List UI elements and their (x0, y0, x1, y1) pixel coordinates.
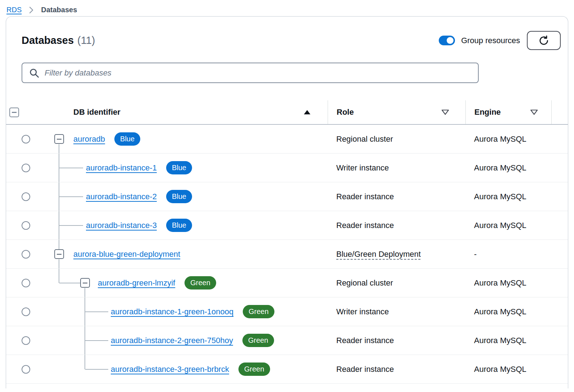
select-all-checkbox[interactable] (9, 108, 19, 117)
sort-ascending-icon (304, 110, 310, 114)
role-cell: Regional cluster (328, 278, 465, 288)
db-link[interactable]: auroradb-instance-2-green-750hoy (111, 336, 233, 345)
row-radio[interactable] (22, 221, 30, 230)
toggle-knob (447, 37, 454, 44)
table-header-row: DB identifier Role Engine (6, 100, 568, 125)
page-title: Databases(11) (22, 35, 95, 46)
blue-badge: Blue (166, 161, 192, 174)
db-link[interactable]: auroradb-instance-1 (86, 163, 157, 173)
green-badge: Green (238, 363, 270, 376)
table-row: auroradb-instance-3-green-brbrck Green R… (6, 355, 568, 384)
row-radio[interactable] (22, 164, 30, 172)
sortable-triangle-icon (441, 109, 450, 115)
row-radio[interactable] (22, 250, 30, 259)
db-link[interactable]: auroradb-instance-1-green-1onooq (111, 307, 233, 316)
table-row: auroradb-green-lmzyif Green Regional clu… (6, 269, 568, 297)
table-row: aurora-blue-green-deployment Blue/Green … (6, 240, 568, 269)
blue-green-deployment-role-link[interactable]: Blue/Green Deployment (336, 250, 421, 259)
db-identifier-header-label: DB identifier (73, 108, 120, 117)
table-row: auroradb-instance-1 Blue Writer instance… (6, 154, 568, 182)
group-resources-label: Group resources (461, 36, 520, 45)
databases-count: (11) (77, 35, 95, 46)
table-header-spacer (551, 100, 568, 124)
table-row: auroradb-instance-2 Blue Reader instance… (6, 182, 568, 211)
role-cell: Reader instance (328, 192, 465, 201)
engine-cell: Aurora MySQL (465, 278, 551, 288)
table-row: auroradb-instance-2-green-750hoy Green R… (6, 326, 568, 355)
sortable-triangle-icon (530, 109, 538, 115)
db-link[interactable]: auroradb-instance-2 (86, 192, 157, 201)
blue-badge: Blue (166, 190, 192, 203)
page-title-text: Databases (22, 35, 74, 46)
filter-databases-input[interactable] (22, 63, 479, 83)
role-cell: Writer instance (328, 163, 465, 173)
column-header-db-identifier[interactable]: DB identifier (51, 100, 328, 124)
row-radio[interactable] (22, 279, 30, 287)
breadcrumb-rds-link[interactable]: RDS (6, 6, 22, 14)
role-cell: Writer instance (328, 307, 465, 316)
chevron-right-icon (29, 6, 34, 14)
collapse-toggle[interactable] (54, 134, 64, 144)
search-icon (29, 68, 40, 78)
db-link[interactable]: auroradb-instance-3-green-brbrck (111, 365, 229, 374)
role-cell: Reader instance (328, 365, 465, 374)
column-header-engine[interactable]: Engine (465, 100, 551, 124)
engine-header-label: Engine (474, 108, 501, 117)
engine-cell: Aurora MySQL (465, 336, 551, 345)
refresh-icon (538, 35, 549, 46)
refresh-button[interactable] (527, 31, 561, 50)
engine-cell: Aurora MySQL (465, 221, 551, 230)
db-link[interactable]: auroradb (73, 135, 105, 144)
collapse-toggle[interactable] (54, 249, 64, 259)
row-radio[interactable] (22, 307, 30, 316)
green-badge: Green (243, 305, 274, 318)
blue-badge: Blue (166, 219, 192, 232)
group-resources-toggle[interactable] (439, 36, 455, 45)
blue-badge: Blue (114, 132, 140, 146)
databases-panel: Databases(11) Group resources (6, 16, 568, 388)
table-row: auroradb-instance-3 Blue Reader instance… (6, 211, 568, 240)
engine-cell: Aurora MySQL (465, 365, 551, 374)
table-row: auroradb Blue Regional cluster Aurora My… (6, 125, 568, 154)
table-row: auroradb-instance-1-green-1onooq Green W… (6, 297, 568, 326)
engine-cell: Aurora MySQL (465, 192, 551, 201)
db-link[interactable]: auroradb-instance-3 (86, 221, 157, 230)
role-cell: Regional cluster (328, 135, 465, 144)
column-header-role[interactable]: Role (328, 100, 465, 124)
collapse-toggle[interactable] (80, 278, 90, 288)
engine-cell: Aurora MySQL (465, 135, 551, 144)
engine-cell: Aurora MySQL (465, 307, 551, 316)
db-link[interactable]: aurora-blue-green-deployment (73, 250, 180, 259)
row-radio[interactable] (22, 365, 30, 374)
engine-cell: Aurora MySQL (465, 163, 551, 173)
role-cell: Reader instance (328, 336, 465, 345)
role-cell: Reader instance (328, 221, 465, 230)
breadcrumb: RDS Databases (0, 0, 574, 16)
green-badge: Green (242, 334, 274, 347)
databases-table: DB identifier Role Engine (6, 100, 568, 384)
green-badge: Green (184, 276, 216, 290)
row-radio[interactable] (22, 336, 30, 345)
role-header-label: Role (337, 108, 354, 117)
breadcrumb-current: Databases (41, 6, 77, 14)
row-radio[interactable] (22, 135, 30, 143)
engine-cell: - (465, 250, 551, 259)
row-radio[interactable] (22, 192, 30, 201)
db-link[interactable]: auroradb-green-lmzyif (98, 278, 175, 288)
